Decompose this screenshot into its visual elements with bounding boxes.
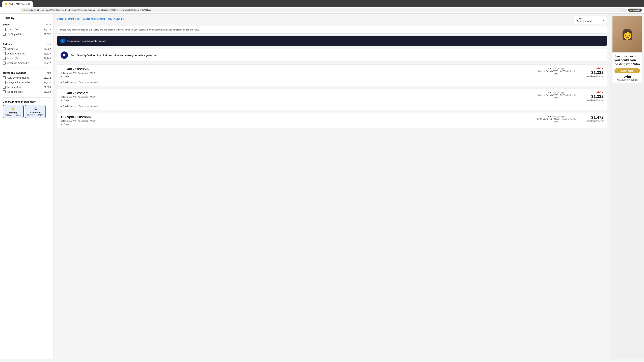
price-label-2: Roundtrip per traveler (577, 120, 604, 122)
new-tab-button[interactable]: + (34, 1, 38, 7)
time-btn-afternoon[interactable]: 🌤 Afternoon (12:00pm - 5:59pm) (25, 105, 46, 118)
address-bar-row: ‹ › ↻ 🔒 expedia.com/Flights-Search?fligh… (0, 7, 644, 13)
airlines-price-1: $1,620 (44, 52, 51, 55)
breadcrumb-returning[interactable]: Choose returning flight (83, 17, 105, 20)
travel-checkbox-3[interactable] (3, 90, 6, 93)
morning-range: (5:00am - 11:59am) (5, 114, 21, 116)
info-icon: ℹ (60, 38, 65, 43)
flight-info-0: 6:00am - 10:28pm Baltimore (BWI) - Ancho… (60, 67, 536, 78)
vrbo-logo: Vrbo (614, 75, 640, 79)
flight-middle-0: 20h 28m (2 stops) 5h 2m in Detroit (DTW)… (536, 67, 577, 75)
price-2: $1,472 (577, 115, 604, 120)
breadcrumb-review[interactable]: Review your trip (108, 17, 124, 20)
travel-price-0: $1,332 (44, 76, 51, 79)
sort-dropdown[interactable]: Sort by Price (Lowest) ▾ (574, 16, 607, 24)
stops-price-1: $1,332 (44, 33, 51, 35)
stops-section-header: Stops From (3, 23, 51, 26)
airlines-title: Airlines (3, 42, 12, 45)
travel-price-2: $1,536 (44, 86, 51, 88)
departure-title: Departure time in Baltimore (3, 100, 51, 103)
flight-main-row-2: 12:39pm - 10:28pm Baltimore (BWI) - Anch… (60, 115, 604, 125)
browser-tab-bar: ✈ BWI to ANC flights ✕ + (0, 0, 644, 7)
afternoon-label: Afternoon (27, 111, 44, 114)
delta-icon-0: ▲ (60, 75, 63, 78)
mixed-cabin-banner: ℹ Flights contain mixed seat/cabin class… (57, 36, 607, 46)
flight-duration-2: 13h 49m (2 stops) (536, 115, 577, 118)
flight-card-2[interactable]: 12:39pm - 10:28pm Baltimore (BWI) - Anch… (57, 112, 607, 128)
travel-baggage-section: Travel and baggage From Seat choice incl… (3, 71, 51, 93)
lock-icon: 🔒 (23, 9, 25, 11)
divider-2 (3, 68, 51, 69)
seats-left-0: 4 left at (577, 67, 604, 69)
flight-times-1: 6:00am - 12:25am +1 (60, 91, 92, 95)
flight-card-1[interactable]: 6:00am - 12:25am +1 Baltimore (BWI) - An… (57, 88, 607, 110)
airlines-checkbox-2[interactable] (3, 57, 6, 60)
flight-times-0: 6:00am - 10:28pm (60, 67, 89, 71)
time-btn-morning[interactable]: ☀️ Morning (5:00am - 11:59am) (3, 105, 24, 118)
airlines-item-3: American Airlines (5) $6,777 (3, 61, 51, 64)
tab-close-button[interactable]: ✕ (28, 3, 30, 5)
stops-checkbox-0[interactable] (3, 28, 6, 31)
airlines-checkbox-3[interactable] (3, 61, 6, 64)
incognito-icon: 🕵 (630, 9, 632, 11)
airlines-item-0: Delta (16) $1,332 (3, 47, 51, 50)
flight-middle-2: 13h 49m (2 stops) 1h 42m in Detroit (DTW… (536, 115, 577, 123)
breadcrumb-arrow-1: › (81, 17, 82, 20)
ad-cta-button[interactable]: Learn more (614, 68, 640, 73)
breadcrumb-departing[interactable]: Choose departing flight (57, 17, 80, 20)
travel-checkbox-1[interactable] (3, 81, 6, 84)
ad-content: See how much you could earn hosting with… (612, 52, 642, 83)
flight-route-1: Baltimore (BWI) - Anchorage (ANC) (60, 96, 536, 98)
flight-route-0: Baltimore (BWI) - Anchorage (ANC) (60, 72, 536, 74)
flight-stops-0: 5h 2m in Detroit (DTW) • 4h 55m in Seatt… (536, 70, 577, 75)
tab-title: BWI to ANC flights (9, 3, 27, 5)
airline-name-0: Delta (64, 75, 69, 78)
ad-box: 👩 See how much you could earn hosting wi… (612, 15, 642, 83)
flight-route-2: Baltimore (BWI) - Anchorage (ANC) (60, 120, 536, 122)
flight-footer-text-0: No change fees • Seat choice included (63, 81, 98, 83)
airlines-checkbox-0[interactable] (3, 47, 6, 50)
travel-item-1: Carry-on bag included $1,332 (3, 81, 51, 84)
airlines-from-label: From (46, 43, 51, 45)
reload-button[interactable]: ↻ (14, 8, 19, 12)
stops-from-label: From (46, 23, 51, 26)
sort-label: Sort by (576, 18, 592, 20)
ad-column: 👩 See how much you could earn hosting wi… (610, 13, 644, 359)
stops-checkbox-1[interactable] (3, 33, 6, 36)
sidebar: Filter by Stops From 1 Stop (3) $1,620 2… (0, 13, 54, 359)
url-text: expedia.com/Flights-Search?flight-type=o… (26, 9, 621, 11)
seats-left-1: 4 left at (577, 91, 604, 93)
stops-item-0: 1 Stop (3) $1,620 (3, 28, 51, 31)
next-day-badge-1: +1 (90, 91, 92, 93)
forward-button[interactable]: › (8, 8, 13, 12)
bookmark-button[interactable]: ☆ (622, 9, 624, 11)
travel-baggage-header: Travel and baggage From (3, 71, 51, 74)
divider-1 (3, 40, 51, 40)
airlines-price-3: $6,777 (44, 62, 51, 64)
flight-airline-2: ▲ Delta (60, 123, 536, 125)
flight-price-col-0: 4 left at $1,332 Roundtrip per traveler (577, 67, 604, 77)
flight-duration-1: 22h 25m (2 stops) (536, 91, 577, 94)
green-dot-0 (60, 82, 62, 83)
breadcrumb-arrow-2: › (106, 17, 107, 20)
travel-label-3: No change fee (8, 90, 23, 93)
time-buttons: ☀️ Morning (5:00am - 11:59am) 🌤 Afternoo… (3, 105, 51, 118)
airlines-section-header: Airlines From (3, 42, 51, 45)
price-0: $1,332 (577, 70, 604, 75)
back-button[interactable]: ‹ (2, 8, 7, 12)
main-content: Choose departing flight › Choose returni… (54, 13, 610, 359)
travel-checkbox-0[interactable] (3, 76, 6, 79)
delta-icon-2: ▲ (60, 123, 63, 125)
onekey-logo: K (60, 51, 68, 59)
ad-person-illustration: 👩 (621, 28, 634, 40)
active-tab[interactable]: ✈ BWI to ANC flights ✕ (2, 1, 33, 7)
airlines-label-3: American Airlines (5) (8, 62, 29, 64)
flight-time-route-0: 6:00am - 10:28pm (60, 67, 536, 71)
airlines-checkbox-1[interactable] (3, 52, 6, 55)
travel-price-1: $1,332 (44, 81, 51, 84)
onekey-text: Earn OneKeyCash on top of airline miles … (70, 54, 158, 57)
travel-checkbox-2[interactable] (3, 86, 6, 89)
address-bar[interactable]: 🔒 expedia.com/Flights-Search?flight-type… (20, 8, 627, 12)
ad-headline: See how much you could earn hosting with… (614, 54, 640, 66)
flight-card-0[interactable]: 6:00am - 10:28pm Baltimore (BWI) - Ancho… (57, 64, 607, 86)
